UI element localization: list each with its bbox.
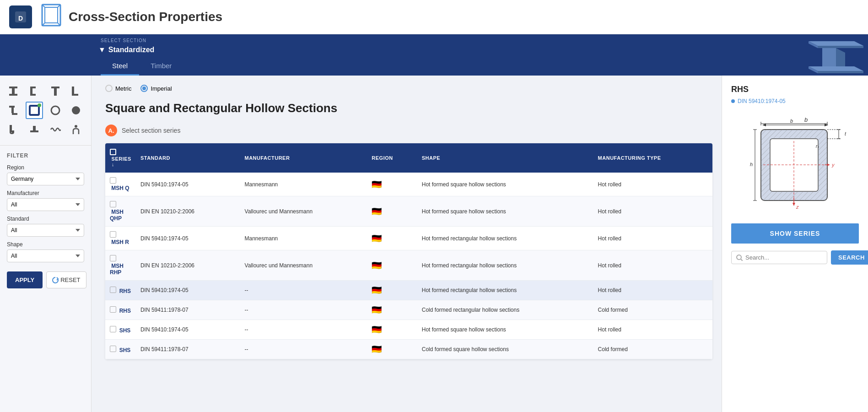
row-checkbox[interactable] bbox=[110, 306, 116, 313]
imperial-option[interactable]: Imperial bbox=[140, 85, 172, 92]
icon-j-section[interactable] bbox=[5, 121, 22, 138]
row-checkbox[interactable] bbox=[110, 326, 116, 332]
manufacturer-cell: -- bbox=[240, 300, 367, 320]
show-series-button[interactable]: SHOW SERIES bbox=[731, 223, 859, 244]
svg-rect-24 bbox=[54, 88, 57, 96]
search-input[interactable] bbox=[745, 254, 822, 261]
logo: D bbox=[9, 5, 32, 28]
standard-select[interactable]: All bbox=[7, 224, 84, 237]
right-panel: RHS DIN 59410:1974-05 b bbox=[722, 76, 868, 412]
icon-i-beam[interactable] bbox=[5, 82, 22, 100]
table-row[interactable]: MSH RHP DIN EN 10210-2:2006 Vallourec un… bbox=[105, 250, 712, 281]
search-input-wrap bbox=[731, 251, 827, 264]
tab-timber[interactable]: Timber bbox=[139, 57, 183, 76]
filter-title: FILTER bbox=[7, 152, 84, 159]
standardized-button[interactable]: ▼ Standardized bbox=[98, 46, 154, 54]
standard-cell: DIN 59410:1974-05 bbox=[136, 227, 240, 250]
icon-z-section[interactable] bbox=[5, 102, 22, 119]
manufacturer-label: Manufacturer bbox=[7, 190, 84, 196]
standard-cell: DIN EN 10210-2:2006 bbox=[136, 196, 240, 227]
icon-rect-hollow[interactable] bbox=[26, 102, 43, 119]
active-indicator bbox=[38, 103, 41, 107]
metric-radio[interactable] bbox=[105, 85, 113, 92]
region-cell: 🇩🇪 bbox=[367, 173, 417, 196]
row-checkbox-cell: MSH QHP bbox=[105, 196, 136, 227]
reset-button[interactable]: RESET bbox=[46, 271, 86, 288]
header-checkbox[interactable] bbox=[110, 149, 116, 155]
svg-rect-33 bbox=[10, 125, 12, 132]
sort-icon[interactable]: ↓ bbox=[112, 162, 114, 167]
row-checkbox[interactable] bbox=[110, 287, 116, 293]
metric-option[interactable]: Metric bbox=[105, 85, 131, 92]
table-row[interactable]: SHS DIN 59410:1974-05 -- 🇩🇪 Hot formed s… bbox=[105, 320, 712, 340]
svg-rect-29 bbox=[12, 113, 17, 115]
icon-c-channel[interactable] bbox=[26, 82, 43, 100]
manufacturing-type-cell: Hot rolled bbox=[593, 227, 712, 250]
manufacturing-type-cell: Hot rolled bbox=[593, 173, 712, 196]
panel-title: RHS bbox=[731, 85, 859, 94]
flag-icon: 🇩🇪 bbox=[372, 325, 382, 334]
manufacturer-cell: Vallourec und Mannesmann bbox=[240, 250, 367, 281]
step-text: Select section series bbox=[122, 127, 180, 134]
shape-cell: Hot formed square hollow sections bbox=[417, 320, 593, 340]
series-link[interactable]: RHS bbox=[119, 308, 131, 314]
icon-circle-hollow[interactable] bbox=[47, 102, 64, 119]
tab-steel[interactable]: Steel bbox=[101, 57, 139, 76]
section-icon bbox=[41, 4, 62, 31]
table-row[interactable]: RHS DIN 59410:1974-05 -- 🇩🇪 Hot formed r… bbox=[105, 281, 712, 300]
shape-cell: Hot formed rectangular hollow sections bbox=[417, 281, 593, 300]
region-select[interactable]: Germany bbox=[7, 173, 84, 185]
svg-rect-35 bbox=[33, 126, 36, 131]
page-title: Cross-Section Properties bbox=[69, 10, 222, 24]
svg-rect-30 bbox=[30, 106, 39, 115]
table-row[interactable]: MSH Q DIN 59410:1974-05 Mannesmann 🇩🇪 Ho… bbox=[105, 173, 712, 196]
standard-dot bbox=[731, 99, 735, 103]
table-row[interactable]: MSH QHP DIN EN 10210-2:2006 Vallourec un… bbox=[105, 196, 712, 227]
cross-section-diagram: b bbox=[731, 114, 859, 214]
row-checkbox[interactable] bbox=[110, 231, 116, 238]
row-checkbox-cell: MSH RHP bbox=[105, 250, 136, 281]
series-link[interactable]: MSH R bbox=[111, 239, 129, 245]
manufacturing-type-cell: Hot rolled bbox=[593, 250, 712, 281]
series-link[interactable]: MSH RHP bbox=[110, 263, 124, 276]
row-checkbox[interactable] bbox=[110, 201, 116, 207]
rhs-diagram-svg: b bbox=[736, 114, 855, 214]
manufacturer-cell: Mannesmann bbox=[240, 173, 367, 196]
manufacturer-cell: -- bbox=[240, 320, 367, 340]
table-row[interactable]: RHS DIN 59411:1978-07 -- 🇩🇪 Cold formed … bbox=[105, 300, 712, 320]
manufacturer-cell: -- bbox=[240, 281, 367, 300]
shape-cell: Cold formed square hollow sections bbox=[417, 340, 593, 359]
table-row[interactable]: MSH R DIN 59410:1974-05 Mannesmann 🇩🇪 Ho… bbox=[105, 227, 712, 250]
row-checkbox[interactable] bbox=[110, 346, 116, 352]
icon-circle-solid[interactable] bbox=[67, 102, 85, 119]
svg-marker-61 bbox=[827, 163, 830, 166]
row-checkbox[interactable] bbox=[110, 177, 116, 184]
icon-t-solid[interactable] bbox=[26, 121, 43, 138]
series-link[interactable]: SHS bbox=[119, 347, 131, 353]
search-button[interactable]: SEARCH bbox=[831, 250, 868, 265]
row-checkbox-cell: MSH R bbox=[105, 227, 136, 250]
series-link[interactable]: MSH Q bbox=[111, 185, 129, 191]
series-link[interactable]: RHS bbox=[119, 288, 131, 294]
shape-select[interactable]: All bbox=[7, 249, 84, 262]
manufacturing-type-cell: Cold formed bbox=[593, 340, 712, 359]
svg-point-31 bbox=[51, 106, 59, 114]
row-checkbox-cell: RHS bbox=[105, 300, 136, 320]
table-row[interactable]: SHS DIN 59411:1978-07 -- 🇩🇪 Cold formed … bbox=[105, 340, 712, 359]
svg-rect-19 bbox=[9, 94, 17, 96]
imperial-radio[interactable] bbox=[140, 85, 148, 92]
apply-button[interactable]: APPLY bbox=[7, 271, 43, 288]
icon-person[interactable] bbox=[67, 121, 85, 138]
icon-l-angle[interactable] bbox=[67, 82, 85, 100]
svg-marker-9 bbox=[809, 41, 863, 46]
row-checkbox[interactable] bbox=[110, 255, 116, 261]
series-link[interactable]: SHS bbox=[119, 327, 131, 334]
svg-rect-18 bbox=[12, 88, 15, 94]
icon-t-section[interactable] bbox=[47, 82, 64, 100]
icon-wave[interactable] bbox=[47, 121, 64, 138]
svg-point-66 bbox=[737, 255, 741, 260]
region-cell: 🇩🇪 bbox=[367, 340, 417, 359]
standard-cell: DIN 59410:1974-05 bbox=[136, 320, 240, 340]
manufacturer-select[interactable]: All bbox=[7, 198, 84, 211]
series-link[interactable]: MSH QHP bbox=[110, 209, 124, 222]
